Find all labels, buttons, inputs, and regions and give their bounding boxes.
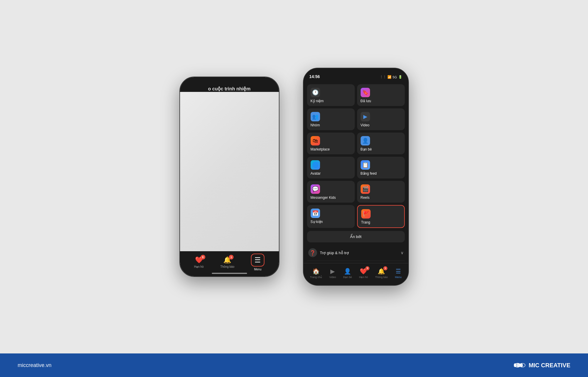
phone-left-screen: o cuộc trình nhiệm ❤️ 9 Hẹn hò — [180, 77, 279, 276]
nav2-ban-be-label: Bạn bè — [343, 276, 352, 279]
avatar-icon: 🌀 — [311, 160, 320, 170]
da-luu-icon: 🔖 — [361, 88, 370, 97]
phone1-content — [180, 92, 279, 251]
battery-icon: 🔋 — [398, 75, 402, 79]
logo-icon — [514, 359, 526, 371]
phone-right: 14:56 ⋮⋮ 📶 5G 🔋 🕐 Kỷ niệm — [303, 68, 409, 286]
section-help[interactable]: ❓ Trợ giúp & hỗ trợ ∨ — [307, 245, 405, 261]
trang-chu-icon: 🏠 — [312, 268, 320, 275]
hide-button[interactable]: Ẩn bớt — [307, 231, 405, 242]
phone2-content: 🕐 Kỷ niệm 🔖 Đã lưu 👥 Nhóm — [304, 81, 408, 263]
ky-niem-label: Kỷ niệm — [311, 99, 324, 103]
video-label: Video — [361, 123, 369, 127]
brand-name: MIC CREATIVE — [529, 362, 570, 369]
phone-btn-right-right — [408, 113, 409, 136]
phone-right-screen: 14:56 ⋮⋮ 📶 5G 🔋 🕐 Kỷ niệm — [304, 68, 408, 285]
ky-niem-icon: 🕐 — [311, 88, 320, 97]
nav2-menu-label: Menu — [395, 276, 402, 279]
nav2-hen-ho-badge: 9 — [365, 266, 369, 270]
nav2-menu-icon: ☰ — [396, 268, 401, 275]
phone1-map — [180, 92, 279, 251]
phone-btn-right-left — [279, 121, 279, 145]
nav2-ban-be-icon: 👤 — [344, 268, 351, 275]
help-icon: ❓ — [308, 248, 317, 257]
menu-grid: 🕐 Kỷ niệm 🔖 Đã lưu 👥 Nhóm — [307, 84, 405, 228]
nav-thong-bao-label: Thông báo — [220, 265, 234, 268]
tile-bang-feed[interactable]: 📋 Bảng feed — [357, 157, 405, 178]
footer: miccreative.vn MIC CREATIVE — [0, 353, 588, 377]
bang-feed-label: Bảng feed — [361, 171, 377, 176]
avatar-label: Avatar — [311, 171, 321, 176]
help-chevron: ∨ — [401, 250, 404, 255]
status-icons: ⋮⋮ 📶 5G 🔋 — [380, 75, 402, 79]
footer-url: miccreative.vn — [18, 362, 51, 368]
trang-chu-label: Trang chủ — [310, 276, 322, 279]
menu-highlight-box: ☰ — [251, 254, 264, 267]
wifi-icon: 📶 — [387, 75, 392, 79]
reels-label: Reels — [361, 196, 370, 200]
footer-logo: MIC CREATIVE — [514, 359, 570, 371]
nav-hen-ho-label: Hẹn hò — [194, 265, 204, 268]
trang-icon: 🚩 — [361, 209, 371, 219]
ban-be-icon: 👤 — [361, 136, 370, 145]
reels-icon: 🎬 — [361, 184, 370, 194]
trang-label: Trang — [361, 220, 370, 224]
su-kien-label: Sự kiện — [311, 220, 323, 224]
video-icon: ▶ — [361, 112, 370, 121]
tile-ban-be[interactable]: 👤 Bạn bè — [357, 133, 405, 154]
phone1-header-text: o cuộc trình nhiệm — [208, 86, 250, 92]
nhom-label: Nhóm — [311, 123, 320, 127]
nav2-thong-bao-badge: 1 — [383, 266, 387, 270]
network-icon: ⋮⋮ — [380, 75, 386, 79]
nav2-hen-ho-label: Hẹn hò — [359, 276, 368, 279]
tile-su-kien[interactable]: 📅 Sự kiện — [307, 205, 355, 228]
nav2-menu[interactable]: ☰ Menu — [395, 268, 402, 279]
nav-thong-bao[interactable]: 🔔 1 Thông báo — [220, 256, 234, 268]
tile-video[interactable]: ▶ Video — [357, 108, 405, 130]
phone-notch-left — [210, 77, 249, 85]
nav2-thong-bao-label: Thông báo — [375, 276, 388, 279]
menu-icon: ☰ — [254, 256, 261, 264]
signal-text: 5G — [393, 75, 397, 79]
phone2-bottom-nav: 🏠 Trang chủ ▶ Video 👤 Bạn bè ❤️ 9 Hẹn — [304, 263, 408, 285]
hide-button-label: Ẩn bớt — [350, 234, 362, 239]
tile-marketplace[interactable]: 🛍 Marketplace — [307, 133, 355, 154]
nav2-hen-ho[interactable]: ❤️ 9 Hẹn hò — [359, 268, 368, 279]
section-help-left: ❓ Trợ giúp & hỗ trợ — [308, 248, 349, 257]
help-label: Trợ giúp & hỗ trợ — [320, 251, 349, 255]
nav-menu-label: Menu — [254, 268, 261, 271]
nav2-trang-chu[interactable]: 🏠 Trang chủ — [310, 268, 322, 279]
status-time: 14:56 — [309, 74, 320, 79]
tile-ky-niem[interactable]: 🕐 Kỷ niệm — [307, 84, 355, 106]
nav-hen-ho[interactable]: ❤️ 9 Hẹn hò — [194, 256, 204, 268]
tile-da-luu[interactable]: 🔖 Đã lưu — [357, 84, 405, 106]
tile-messenger-kids[interactable]: 💬 Messenger Kids — [307, 181, 355, 203]
tile-reels[interactable]: 🎬 Reels — [357, 181, 405, 203]
messenger-kids-label: Messenger Kids — [311, 196, 336, 200]
thong-bao-badge: 1 — [229, 255, 234, 259]
section-settings[interactable]: ⚙️ Cài đặt & quyền riêng tư ∨ — [307, 261, 405, 263]
nav2-video[interactable]: ▶ Video — [329, 268, 336, 279]
nhom-icon: 👥 — [311, 112, 320, 121]
da-luu-label: Đã lưu — [361, 99, 371, 103]
ban-be-label: Bạn bè — [361, 147, 372, 151]
nav2-video-label: Video — [329, 276, 336, 279]
su-kien-icon: 📅 — [311, 209, 320, 218]
home-indicator-left — [212, 273, 247, 274]
nav2-video-icon: ▶ — [330, 268, 335, 275]
main-content: o cuộc trình nhiệm ❤️ 9 Hẹn hò — [0, 0, 588, 353]
marketplace-label: Marketplace — [311, 147, 330, 151]
tile-trang[interactable]: 🚩 Trang — [357, 205, 405, 228]
nav2-ban-be[interactable]: 👤 Bạn bè — [343, 268, 352, 279]
phone-left: o cuộc trình nhiệm ❤️ 9 Hẹn hò — [179, 77, 279, 277]
tile-nhom[interactable]: 👥 Nhóm — [307, 108, 355, 130]
tile-avatar[interactable]: 🌀 Avatar — [307, 157, 355, 178]
messenger-kids-icon: 💬 — [311, 184, 320, 194]
nav2-thong-bao[interactable]: 🔔 1 Thông báo — [375, 268, 388, 279]
hen-ho-badge: 9 — [201, 255, 205, 259]
marketplace-icon: 🛍 — [311, 136, 320, 145]
phone-notch-right — [337, 68, 375, 77]
nav-menu[interactable]: ☰ Menu — [251, 254, 264, 271]
bang-feed-icon: 📋 — [361, 160, 370, 170]
